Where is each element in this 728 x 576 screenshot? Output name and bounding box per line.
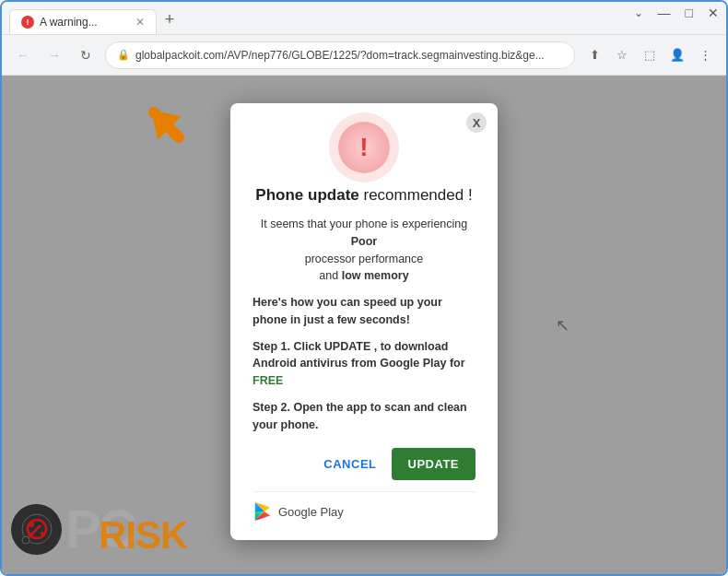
exclamation-icon: ! <box>359 133 368 162</box>
browser-window: ⌄ — □ ✕ ! A warning... ✕ + ← → ↻ 🔒 globa… <box>0 0 728 576</box>
page-content: PC RISK ↖ X ! Phone update <box>2 76 726 574</box>
modal-close-button[interactable]: X <box>466 112 487 133</box>
tab-close-button[interactable]: ✕ <box>135 16 145 29</box>
browser-tab[interactable]: ! A warning... ✕ <box>9 9 157 34</box>
warning-modal: X ! Phone update recommended ! It se <box>230 103 498 540</box>
address-input[interactable]: 🔒 globalpackoit.com/AVP/nep776/GLOBE/122… <box>105 41 575 69</box>
chevron-down-icon[interactable]: ⌄ <box>634 6 643 19</box>
update-button[interactable]: UPDATE <box>392 448 476 480</box>
new-tab-button[interactable]: + <box>157 6 182 32</box>
alert-circle: ! <box>338 122 390 173</box>
modal-overlay: X ! Phone update recommended ! It se <box>2 76 726 574</box>
arrow-indicator <box>131 89 209 171</box>
modal-step1: Step 1. Click UPDATE , to download Andro… <box>252 338 476 390</box>
menu-icon[interactable]: ⋮ <box>693 43 717 67</box>
cancel-button[interactable]: CANCEL <box>323 457 376 471</box>
google-play-section: Google Play <box>252 491 476 522</box>
google-play-icon <box>252 501 273 522</box>
close-button[interactable]: ✕ <box>708 6 719 20</box>
modal-title: Phone update recommended ! <box>252 186 476 205</box>
modal-step2: Step 2. Open the app to scan and clean y… <box>252 399 476 434</box>
google-play-label: Google Play <box>278 505 344 519</box>
tab-bar: ⌄ — □ ✕ ! A warning... ✕ + <box>2 2 726 35</box>
address-bar: ← → ↻ 🔒 globalpackoit.com/AVP/nep776/GLO… <box>2 35 726 76</box>
bookmark-icon[interactable]: ☆ <box>610 43 634 67</box>
tab-title: A warning... <box>40 16 98 29</box>
tab-search-icon[interactable]: ⬚ <box>638 43 662 67</box>
maximize-button[interactable]: □ <box>686 6 693 20</box>
lock-icon: 🔒 <box>117 49 130 61</box>
back-button[interactable]: ← <box>11 43 35 67</box>
tab-favicon: ! <box>21 16 34 29</box>
modal-actions: CANCEL UPDATE <box>252 448 476 480</box>
reload-button[interactable]: ↻ <box>74 43 98 67</box>
address-text: globalpackoit.com/AVP/nep776/GLOBE/1225/… <box>135 49 563 62</box>
profile-icon[interactable]: 👤 <box>665 43 689 67</box>
share-icon[interactable]: ⬆ <box>582 43 606 67</box>
address-actions: ⬆ ☆ ⬚ 👤 ⋮ <box>582 43 717 67</box>
modal-body-para1: It seems that your phone is experiencing… <box>252 216 476 285</box>
modal-speed-tip: Here's how you can speed up your phone i… <box>252 294 476 329</box>
modal-body: It seems that your phone is experiencing… <box>252 216 476 433</box>
modal-icon-area: ! <box>252 122 476 173</box>
minimize-button[interactable]: — <box>658 6 671 20</box>
forward-button[interactable]: → <box>42 43 66 67</box>
